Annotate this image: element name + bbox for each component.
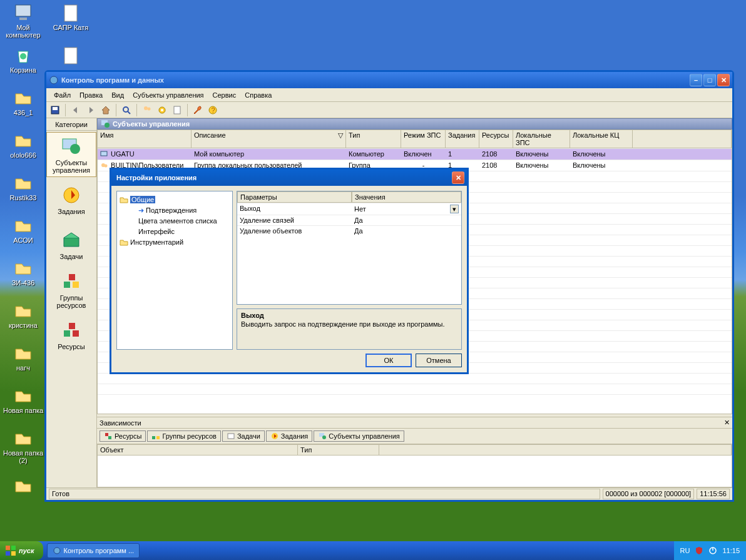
cancel-button[interactable]: Отмена [416,354,462,367]
col-tasks[interactable]: Задания [446,130,479,148]
col-desc[interactable]: Описание▽ [192,130,346,148]
help-icon[interactable]: ? [207,104,219,116]
desktop-icon-recycle[interactable]: Корзина [0,45,46,74]
desktop-icon-sapr[interactable]: САПР Катя [48,3,94,31]
close-button[interactable]: ✕ [717,74,730,86]
titlebar[interactable]: Контроль программ и данных – □ ✕ [46,72,732,88]
desktop-icon-folder[interactable]: Новая папка (2) [0,428,46,464]
dep-col-object[interactable]: Объект [98,444,298,456]
svg-rect-14 [174,106,180,114]
param-col-name[interactable]: Параметры [237,191,352,203]
taskbar-app-button[interactable]: Контроль программ ... [47,543,140,558]
dep-header: Зависимости✕ [97,417,732,429]
tree-node-general[interactable]: Общие [120,195,230,205]
desktop-icon-folder[interactable]: ololo666 [0,130,46,159]
svg-point-18 [70,144,80,154]
group-icon [100,162,109,170]
menu-file[interactable]: Файл [50,90,74,100]
back-icon[interactable] [69,104,82,116]
desktop-icon-folder[interactable]: АСОИ [0,215,46,244]
menu-help[interactable]: Справка [241,90,275,100]
desktop-icon-folder[interactable]: ЗИ-436 [0,258,46,287]
category-subjects[interactable]: Субъекты управления [46,132,96,177]
pane-header: Субъекты управления [97,118,732,130]
col-res[interactable]: Ресурсы [479,130,513,148]
tree-node-confirm[interactable]: ➜ Подтверждения [138,205,230,215]
taskbar: пуск Контроль программ ... RU 11:15 [0,541,746,560]
category-res-groups[interactable]: Группы ресурсов [46,267,96,312]
desktop-icon-folder[interactable]: нагч [0,343,46,372]
param-row[interactable]: Удаление связейДа [237,215,461,225]
chevron-down-icon[interactable]: ▾ [450,205,459,213]
desktop-icon-folder[interactable]: Rustik33 [0,173,46,201]
param-description: Выход Выводить запрос на подтверждение п… [237,308,462,350]
home-icon[interactable] [100,104,112,116]
desktop-icon-doc[interactable] [48,45,94,66]
forward-icon[interactable] [84,104,97,116]
close-icon[interactable]: ✕ [724,419,730,427]
ok-button[interactable]: ОК [365,354,412,367]
tab-res-groups[interactable]: Группы ресурсов [147,430,221,442]
wrench-icon[interactable] [192,104,204,116]
svg-point-31 [105,165,108,168]
col-name[interactable]: Имя [98,130,192,148]
param-row[interactable]: Удаление объектовДа [237,225,461,236]
status-bar: Готов 000000 из 000002 [000000] 11:15:56 [46,487,732,500]
dialog-titlebar[interactable]: Настройки приложения ✕ [111,170,467,186]
col-lkc[interactable]: Локальные КЦ [570,130,633,148]
desktop-icon-folder[interactable] [0,476,46,497]
desktop-icon-folder[interactable]: Новая папка [0,385,46,414]
dependencies-panel: Зависимости✕ Ресурсы Группы ресурсов Зад… [97,417,732,487]
window-title: Контроль программ и данных [61,76,164,84]
menu-view[interactable]: Вид [108,90,128,100]
minimize-button[interactable]: – [690,74,702,86]
svg-rect-33 [108,436,111,439]
dialog-close-button[interactable]: ✕ [452,171,464,184]
svg-rect-7 [53,107,58,110]
category-resources[interactable]: Ресурсы [46,312,96,357]
tray-volume-icon[interactable] [708,546,717,555]
param-row[interactable]: ВыходНет▾ [237,203,461,215]
svg-rect-43 [6,551,10,556]
language-indicator[interactable]: RU [680,547,690,554]
start-button[interactable]: пуск [0,541,43,560]
table-row[interactable]: UGATU Мой компьютер Компьютер Включен 1 … [98,148,732,160]
gear-icon[interactable] [156,104,168,116]
users-icon[interactable] [141,104,153,116]
doc-icon[interactable] [171,104,183,116]
clock[interactable]: 11:15 [722,547,740,554]
desktop-icon-my-computer[interactable]: Мой компьютер [0,3,46,39]
maximize-button[interactable]: □ [703,74,716,86]
desktop-icon-folder[interactable]: кристина [0,300,46,329]
svg-rect-2 [64,5,77,21]
svg-point-8 [123,107,128,112]
tray-shield-icon[interactable] [695,546,703,555]
menu-edit[interactable]: Правка [76,90,106,100]
save-icon[interactable] [49,104,61,116]
tab-jobs[interactable]: Задания [266,430,312,442]
tab-tasks[interactable]: Задачи [222,430,265,442]
app-icon [49,75,59,85]
svg-rect-4 [64,48,77,64]
svg-rect-44 [11,551,16,556]
menu-subjects[interactable]: Субъекты управления [129,90,207,100]
search-icon[interactable] [120,104,133,116]
svg-point-10 [144,106,148,110]
category-tasks[interactable]: Задачи [46,222,96,267]
col-type[interactable]: Тип [346,130,401,148]
col-lzps[interactable]: Локальные ЗПС [513,130,570,148]
tree-node-colors[interactable]: Цвета элементов списка [138,216,230,226]
tab-resources[interactable]: Ресурсы [100,430,146,442]
col-zps[interactable]: Режим ЗПС [401,130,446,148]
dep-col-type[interactable]: Тип [298,444,379,456]
tab-subjects[interactable]: Субъекты управления [314,430,404,442]
category-jobs[interactable]: Задания [46,177,96,222]
app-icon [53,546,61,555]
desktop-icon-folder[interactable]: 436_1 [0,88,46,116]
svg-rect-32 [105,433,108,436]
tree-node-tools[interactable]: Инструментарий [120,237,230,247]
svg-rect-1 [19,18,27,20]
tree-node-interface[interactable]: Интерфейс [138,227,230,237]
param-col-value[interactable]: Значения [352,191,461,203]
menu-service[interactable]: Сервис [209,90,240,100]
